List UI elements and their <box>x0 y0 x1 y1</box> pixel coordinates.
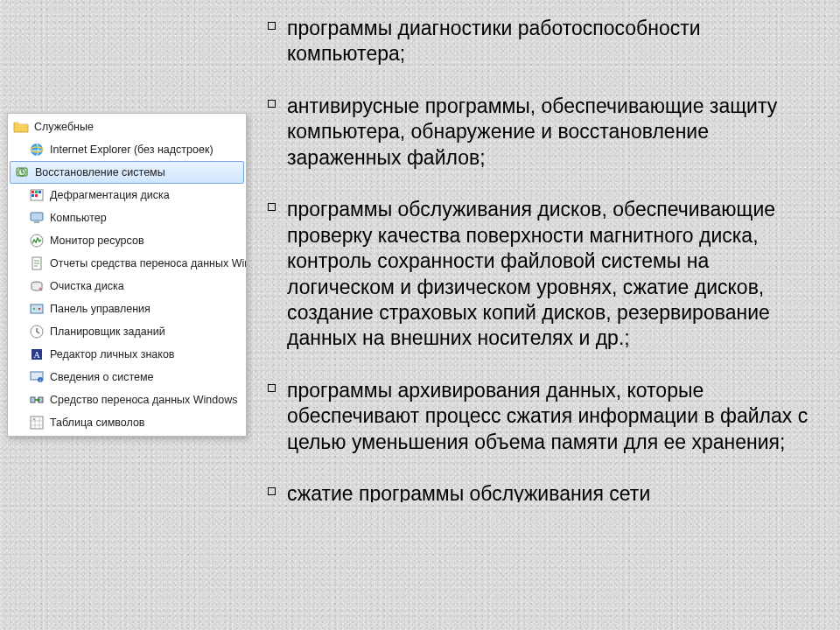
menu-item-label: Планировщик заданий <box>50 326 165 338</box>
bullet-text: программы обслуживания дисков, обеспечив… <box>287 198 775 349</box>
menu-item-cpl[interactable]: Панель управления <box>8 298 246 320</box>
svg-rect-24 <box>31 397 35 402</box>
scheduler-icon <box>29 324 45 340</box>
menu-item-transfer[interactable]: Средство переноса данных Windows <box>8 388 246 411</box>
bullet-text: программы архивирования данных, которые … <box>287 379 808 453</box>
svg-rect-9 <box>35 194 38 197</box>
folder-icon <box>13 119 29 135</box>
sysinfo-icon: i <box>29 369 45 385</box>
svg-rect-10 <box>31 213 43 220</box>
cleanup-icon <box>29 278 45 294</box>
menu-item-label: Таблица символов <box>50 416 145 429</box>
charmap-icon: a <box>29 415 45 430</box>
svg-text:A: A <box>33 350 40 360</box>
slide-content: программы диагностики работоспособности … <box>262 16 819 630</box>
menu-item-label: Сведения о системе <box>50 371 154 383</box>
menu-item-restore[interactable]: Восстановление системы <box>10 161 244 184</box>
svg-rect-5 <box>32 191 34 193</box>
computer-icon <box>29 210 45 226</box>
svg-point-17 <box>38 308 41 311</box>
svg-rect-15 <box>31 304 43 313</box>
menu-item-label: Монитор ресурсов <box>50 234 144 247</box>
svg-rect-8 <box>32 194 34 197</box>
defrag-icon <box>29 187 45 203</box>
menu-item-label: Восстановление системы <box>35 166 165 178</box>
bullet-item: программы архивирования данных, которые … <box>262 378 819 455</box>
menu-item-label: Отчеты средства переноса данных Wind <box>50 257 246 270</box>
svg-point-16 <box>33 308 36 311</box>
report-icon <box>29 256 45 271</box>
restore-icon <box>14 164 30 180</box>
menu-item-label: Internet Explorer (без надстроек) <box>50 144 214 156</box>
ie-icon <box>29 142 45 158</box>
bullet-item: антивирусные программы, обеспечивающие з… <box>262 94 819 171</box>
menu-item-sysinfo[interactable]: i Сведения о системе <box>8 366 246 388</box>
menu-item-label: Дефрагментация диска <box>50 189 170 201</box>
menu-item-label: Компьютер <box>50 212 107 224</box>
bullet-item: программы диагностики работоспособности … <box>262 16 819 67</box>
menu-item-cleanup[interactable]: Очистка диска <box>8 275 246 298</box>
svg-text:i: i <box>39 378 40 383</box>
menu-item-eudc[interactable]: A Редактор личных знаков <box>8 343 246 366</box>
menu-item-scheduler[interactable]: Планировщик заданий <box>8 320 246 343</box>
control-panel-icon <box>29 301 45 317</box>
svg-rect-11 <box>34 221 39 223</box>
bullet-text: программы диагностики работоспособности … <box>287 17 701 65</box>
menu-item-label: Редактор личных знаков <box>50 348 174 360</box>
resmon-icon <box>29 233 45 248</box>
svg-rect-6 <box>35 191 38 193</box>
menu-item-charmap[interactable]: a Таблица символов <box>8 411 246 434</box>
transfer-icon <box>29 392 45 408</box>
svg-point-0 <box>31 144 43 156</box>
menu-item-label: Средство переноса данных Windows <box>50 394 237 406</box>
menu-item-ie[interactable]: Internet Explorer (без надстроек) <box>8 138 246 161</box>
menu-item-resmon[interactable]: Монитор ресурсов <box>8 229 246 252</box>
menu-item-label: Панель управления <box>50 303 150 315</box>
bullet-item: сжатие программы обслуживания сети <box>262 481 819 502</box>
menu-folder-label: Служебные <box>34 121 94 133</box>
bullet-text: сжатие программы обслуживания сети <box>287 482 650 502</box>
bullet-item: программы обслуживания дисков, обеспечив… <box>262 197 819 352</box>
bullet-text: антивирусные программы, обеспечивающие з… <box>287 94 777 169</box>
eudc-icon: A <box>29 346 45 362</box>
svg-rect-7 <box>38 191 41 193</box>
menu-item-label: Очистка диска <box>50 280 124 292</box>
menu-item-computer[interactable]: Компьютер <box>8 206 246 229</box>
menu-item-transfer-report[interactable]: Отчеты средства переноса данных Wind <box>8 252 246 275</box>
menu-folder[interactable]: Служебные <box>8 116 246 138</box>
menu-item-defrag[interactable]: Дефрагментация диска <box>8 184 246 206</box>
system-tools-menu: Служебные Internet Explorer (без надстро… <box>7 113 247 437</box>
